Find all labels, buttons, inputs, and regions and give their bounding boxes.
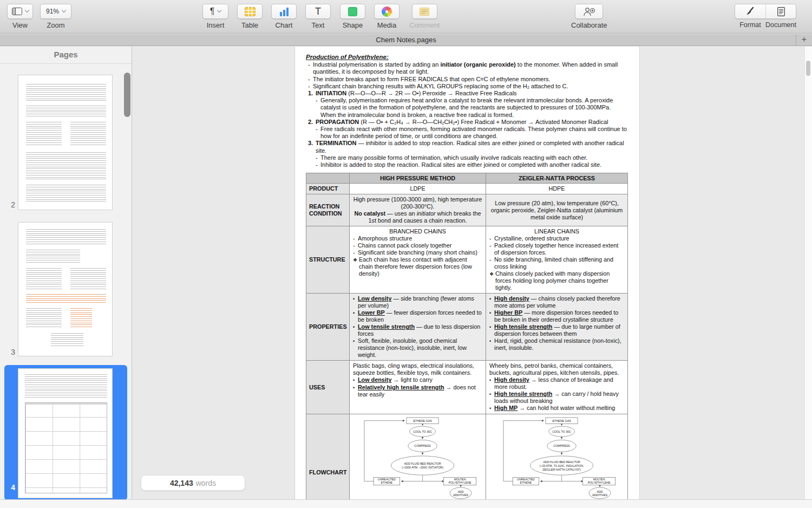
shape-button[interactable]	[340, 4, 365, 19]
table-button[interactable]	[237, 4, 263, 19]
sidebar-scrollbar-thumb[interactable]	[124, 73, 130, 117]
dot-bullet	[489, 337, 494, 351]
dot-bullet	[353, 323, 358, 337]
shape-icon	[348, 7, 357, 16]
thumbnail-table	[25, 402, 107, 493]
chart-label: Chart	[276, 21, 293, 29]
chart-icon	[279, 7, 290, 16]
toolbar-format-document: Format Document	[735, 4, 796, 29]
page-thumbnail-3[interactable]	[18, 222, 113, 356]
collaborate-icon	[583, 7, 595, 16]
list-item: Industrial polymerisation is started by …	[308, 61, 628, 75]
toolbar-shape: Shape	[340, 4, 365, 29]
thumbnail-text-lines	[26, 250, 80, 264]
dash-bullet	[316, 126, 320, 140]
view-button[interactable]	[7, 4, 33, 19]
insert-label: Insert	[207, 21, 225, 29]
toolbar-view: View	[7, 4, 33, 29]
bullet-text: Low density — side branching (fewer atom…	[358, 295, 482, 309]
product-ldpe: LDPE	[350, 184, 486, 194]
structure-heading: BRANCHED CHAINS	[353, 228, 482, 235]
flow-node-label: ETHENE GAS	[552, 419, 571, 422]
flow-node-label: COMPRESS	[553, 445, 570, 448]
bullet-text: Lower BP — fewer dispersion forces neede…	[358, 309, 482, 323]
dot-bullet	[489, 376, 494, 390]
text-label: Text	[312, 21, 325, 29]
bullet-text: Relatively high tensile strength → does …	[358, 384, 482, 398]
canvas-scrollbar-track[interactable]	[804, 47, 812, 499]
dot-bullet	[489, 295, 494, 309]
dot-bullet	[353, 384, 358, 398]
document-tab[interactable]: Chem Notes.pages	[0, 34, 812, 46]
word-count-badge[interactable]: 42,143 words	[141, 475, 245, 491]
structure-heading: LINEAR CHAINS	[489, 228, 624, 235]
zoom-button[interactable]: 91%	[40, 4, 71, 19]
dot-bullet	[353, 295, 358, 309]
document-button[interactable]	[765, 4, 796, 18]
page-thumbnail-4[interactable]	[18, 368, 113, 498]
thumbnail-text-lines	[26, 308, 62, 328]
flow-node-label: ADDITIVES	[453, 493, 468, 497]
dash-bullet	[489, 235, 494, 242]
header-blank-cell	[306, 173, 350, 184]
structure-ldpe: BRANCHED CHAINS Amorphous structure Chai…	[350, 226, 486, 294]
document-icon	[777, 7, 785, 16]
bullet-text: High density — chains closely packed the…	[494, 295, 624, 309]
thumbnail-text-lines	[26, 185, 106, 203]
flow-node-label: MOLTEN	[593, 478, 605, 481]
toolbar-comment: Comment	[409, 4, 440, 29]
intro-bullet-text: The initiator breaks apart to form FREE …	[313, 76, 551, 83]
page-thumbnail-2[interactable]	[18, 75, 113, 210]
intro-list: Industrial polymerisation is started by …	[308, 61, 628, 90]
bullet-text: Amorphous structure	[358, 235, 412, 242]
item-number: 1.	[308, 90, 316, 97]
numbered-list: 1.INITIATION (R—O—O—R → 2R — O•) Peroxid…	[308, 90, 628, 168]
add-tab-button[interactable]: +	[796, 34, 812, 46]
header-method2: ZEIGLER-NATTA PROCESS	[486, 173, 628, 184]
tab-bar: Chem Notes.pages +	[0, 34, 812, 46]
diamond-bullet	[353, 256, 359, 277]
table-row: STRUCTURE BRANCHED CHAINS Amorphous stru…	[306, 226, 628, 294]
format-button[interactable]	[735, 4, 765, 18]
toolbar: View 91% Zoom ¶ Insert Table	[0, 0, 812, 34]
chart-button[interactable]	[271, 4, 297, 19]
text-button[interactable]: T	[305, 4, 331, 19]
thumbnail-text-lines	[26, 106, 106, 118]
media-button[interactable]	[374, 4, 400, 19]
flow-node-label: UNREACTED	[516, 478, 534, 481]
thumbnail-text-lines	[26, 84, 106, 102]
dash-bullet	[316, 97, 320, 119]
doc-title: Production of Polyethylene:	[306, 54, 628, 61]
view-icon	[12, 8, 22, 15]
sub-text: Free radicals react with other monomers,…	[320, 126, 628, 140]
thumbnail-text-lines	[26, 122, 62, 146]
list-item: Significant chain branching results with…	[308, 83, 628, 90]
toolbar-chart: Chart	[271, 4, 297, 29]
flow-node-label: ADD FLUID BED REACTOR	[404, 462, 441, 465]
flow-node-label: ETHENE GAS	[413, 419, 432, 422]
flow-node-label: ADD FLUID BED REACTOR	[543, 461, 580, 464]
row-label: STRUCTURE	[306, 226, 350, 294]
row-label: USES	[306, 361, 350, 414]
numbered-head: TERMINATION — inhibitor is added to stop…	[316, 140, 628, 154]
canvas-scrollbar-thumb[interactable]	[806, 61, 810, 76]
thumbnail-text-lines	[51, 333, 83, 347]
sub-item: Free radicals react with other monomers,…	[316, 126, 628, 140]
document-page[interactable]: Production of Polyethylene: Industrial p…	[295, 47, 639, 499]
insert-button[interactable]: ¶	[202, 4, 228, 19]
row-label: REACTION CONDITION	[306, 194, 350, 226]
flowchart-ldpe-cell: ETHENE GAS COOL TO 30C COMPRESS ADD FLUI…	[350, 414, 486, 499]
flow-node-label: COOL TO 30C	[552, 430, 571, 433]
bullet-text: Chains cannot pack closely together	[358, 242, 451, 249]
bullet-text: Soft, flexible, insoluble, good chemical…	[358, 337, 482, 359]
bottom-strip	[0, 499, 812, 508]
collaborate-button[interactable]	[575, 4, 603, 19]
table-icon	[245, 7, 256, 16]
sub-item: Inhibitor is added to stop the reaction.…	[316, 161, 628, 168]
word-count-label: words	[196, 479, 216, 487]
shape-label: Shape	[343, 21, 363, 29]
comment-button[interactable]	[412, 4, 437, 19]
bullet-text: Packed closely together hence increased …	[494, 242, 624, 256]
chevron-down-icon	[62, 8, 66, 12]
toolbar-insert: ¶ Insert	[202, 4, 228, 29]
